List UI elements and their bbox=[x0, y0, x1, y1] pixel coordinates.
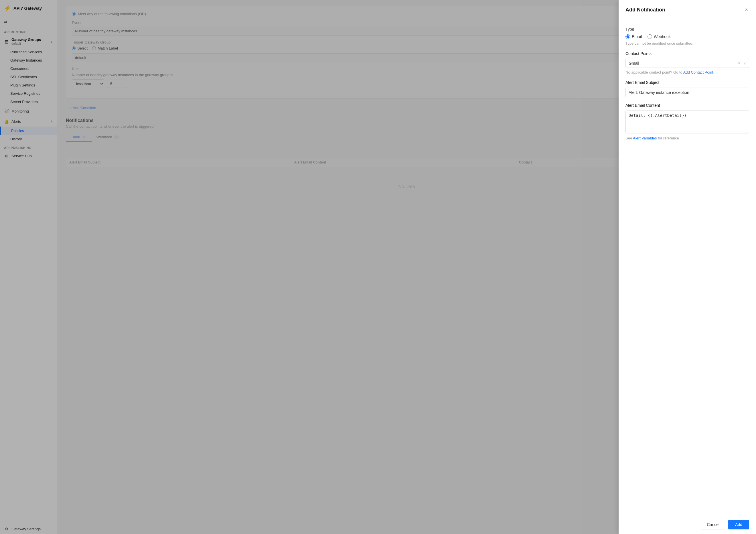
alert-email-content-textarea[interactable]: Detail: {{.AlertDetail}} bbox=[626, 110, 749, 133]
alert-email-content-field-group: Alert Email Content Detail: {{.AlertDeta… bbox=[626, 103, 749, 140]
type-webhook-radio[interactable] bbox=[648, 34, 652, 39]
alert-email-subject-label: Alert Email Subject bbox=[626, 80, 749, 85]
contact-note: No applicable contact point? Go to Add C… bbox=[626, 70, 749, 74]
alert-vars-prefix: See bbox=[626, 136, 633, 140]
add-notification-drawer: Add Notification × Type Email Webhook Ty… bbox=[619, 0, 756, 534]
alert-email-subject-input[interactable] bbox=[626, 88, 749, 98]
contact-note-prefix: No applicable contact point? Go to bbox=[626, 70, 683, 74]
drawer-body: Type Email Webhook Type cannot be modifi… bbox=[619, 20, 756, 515]
type-note: Type cannot be modified once submitted. bbox=[626, 41, 749, 45]
alert-vars-suffix: for reference bbox=[657, 136, 679, 140]
type-field-group: Type Email Webhook Type cannot be modifi… bbox=[626, 27, 749, 45]
type-email-option[interactable]: Email bbox=[626, 34, 642, 39]
drawer-footer: Cancel Add bbox=[619, 515, 756, 534]
type-label: Type bbox=[626, 27, 749, 32]
type-webhook-option[interactable]: Webhook bbox=[648, 34, 671, 39]
contact-points-value: Gmail bbox=[629, 61, 735, 66]
type-radio-row: Email Webhook bbox=[626, 34, 749, 39]
type-webhook-label: Webhook bbox=[654, 34, 671, 39]
drawer-header: Add Notification × bbox=[619, 0, 756, 20]
add-button[interactable]: Add bbox=[728, 520, 749, 529]
contact-note-suffix: . bbox=[713, 70, 714, 74]
contact-points-field-group: Contact Points Gmail × ∨ No applicable c… bbox=[626, 51, 749, 74]
alert-vars-note: See Alert Variables for reference bbox=[626, 136, 749, 140]
alert-email-subject-field-group: Alert Email Subject bbox=[626, 80, 749, 98]
type-email-label: Email bbox=[632, 34, 642, 39]
alert-email-content-label: Alert Email Content bbox=[626, 103, 749, 108]
contact-points-input[interactable]: Gmail × ∨ bbox=[626, 59, 749, 68]
alert-variables-link[interactable]: Alert Variables bbox=[633, 136, 657, 140]
drawer-title: Add Notification bbox=[626, 7, 665, 13]
cancel-button[interactable]: Cancel bbox=[701, 520, 725, 529]
close-button[interactable]: × bbox=[744, 6, 749, 14]
contact-points-clear-button[interactable]: × bbox=[737, 61, 742, 66]
add-contact-point-link[interactable]: Add Contact Point bbox=[683, 70, 713, 74]
contact-points-label: Contact Points bbox=[626, 51, 749, 56]
contact-points-arrow-icon: ∨ bbox=[743, 61, 746, 65]
type-email-radio[interactable] bbox=[626, 34, 630, 39]
